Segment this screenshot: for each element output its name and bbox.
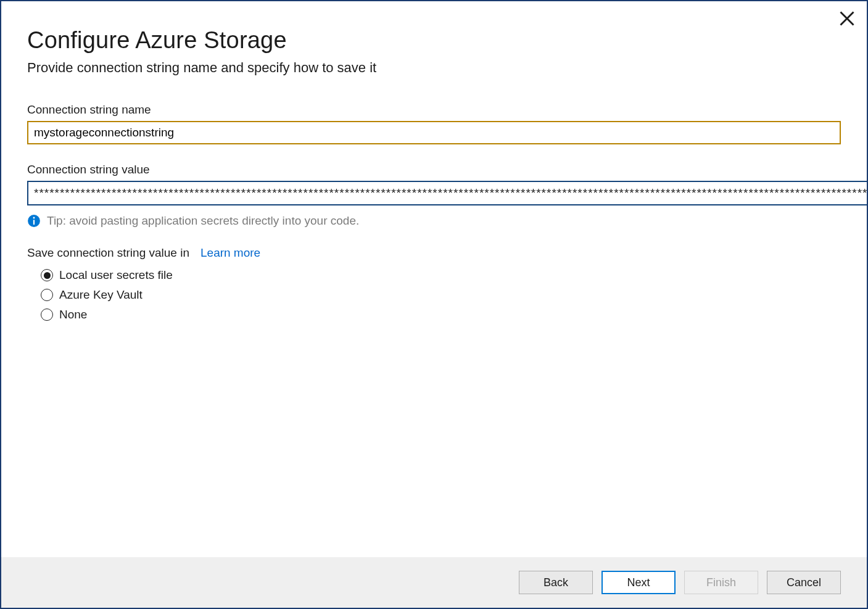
radio-icon (41, 269, 53, 281)
radio-label: Local user secrets file (59, 268, 173, 282)
connection-value-label: Connection string value (27, 163, 841, 176)
finish-button[interactable]: Finish (684, 571, 758, 594)
configure-azure-storage-dialog: Configure Azure Storage Provide connecti… (0, 0, 868, 609)
back-button[interactable]: Back (519, 571, 593, 594)
connection-value-wrapper: ****************************************… (27, 181, 867, 205)
save-location-label: Save connection string value in (27, 246, 189, 260)
svg-point-7 (33, 217, 35, 219)
tip-text: Tip: avoid pasting application secrets d… (47, 214, 359, 228)
radio-azure-key-vault[interactable]: Azure Key Vault (41, 288, 841, 302)
info-icon (27, 214, 41, 228)
close-icon (838, 10, 856, 27)
learn-more-link[interactable]: Learn more (200, 246, 260, 260)
tip-row: Tip: avoid pasting application secrets d… (27, 214, 841, 228)
radio-icon (41, 309, 53, 321)
radio-icon (41, 289, 53, 301)
wizard-footer: Back Next Finish Cancel (1, 557, 867, 608)
page-subtitle: Provide connection string name and speci… (27, 60, 841, 76)
next-button[interactable]: Next (601, 571, 676, 594)
connection-name-input[interactable] (27, 121, 841, 144)
radio-none[interactable]: None (41, 308, 841, 321)
save-location-radio-group: Local user secrets file Azure Key Vault … (27, 268, 841, 321)
svg-rect-6 (33, 220, 35, 225)
radio-local-secrets[interactable]: Local user secrets file (41, 268, 841, 282)
radio-label: Azure Key Vault (59, 288, 143, 302)
connection-name-label: Connection string name (27, 103, 841, 117)
radio-label: None (59, 308, 87, 321)
cancel-button[interactable]: Cancel (767, 571, 841, 594)
connection-value-input[interactable]: ****************************************… (28, 182, 867, 204)
close-button[interactable] (838, 10, 856, 27)
page-title: Configure Azure Storage (27, 27, 841, 54)
dialog-content: Configure Azure Storage Provide connecti… (1, 1, 867, 557)
